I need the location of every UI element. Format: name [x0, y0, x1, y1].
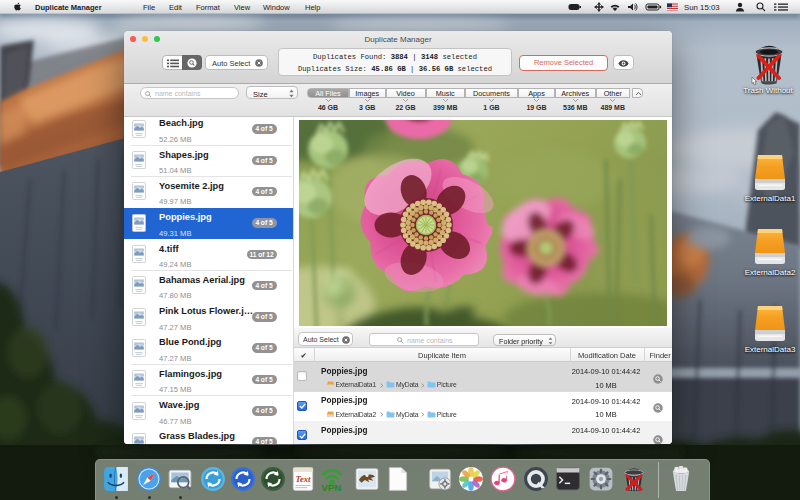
- svg-text:Text: Text: [295, 474, 311, 484]
- svg-text:VPN: VPN: [321, 482, 341, 492]
